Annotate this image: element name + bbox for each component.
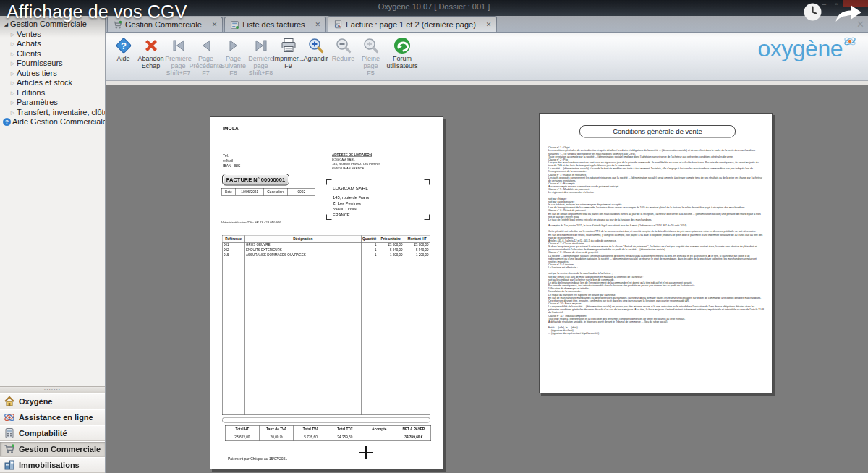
module-panel-handle[interactable] [0, 386, 105, 393]
zoom-out-icon [335, 35, 352, 55]
invoice-page[interactable]: IMOLA Tél. Mail IBAN - BIC FACTURE N° 00… [210, 116, 443, 469]
sidebar-item-fournisseurs[interactable]: Fournisseurs [0, 59, 105, 69]
sidebar-item-clients[interactable]: Clients [0, 49, 105, 59]
sidebar-item-parametres[interactable]: Paramètres [0, 98, 105, 108]
total-value: 5 726,60 [294, 432, 328, 441]
module-label: Immobilisations [19, 461, 80, 469]
total-value: 34 359,60 [328, 432, 362, 441]
oxygene-logo: oxygène [758, 36, 856, 61]
sidebar-item-label: Clients [17, 49, 41, 59]
close-icon[interactable] [856, 19, 864, 30]
sidebar-item-ventes[interactable]: Ventes [0, 30, 105, 40]
module-gestion-commerciale[interactable]: Gestion Commerciale [0, 441, 105, 457]
zoom-out-button[interactable]: Réduire [330, 35, 357, 62]
watch-later-icon[interactable] [803, 2, 822, 25]
atom-icon [4, 412, 15, 423]
sidebar-item-autres-tiers[interactable]: Autres tiers [0, 69, 105, 79]
forum-button[interactable]: Forum utilisateurs [385, 35, 420, 69]
atom-icon [843, 35, 856, 48]
tree-collapsed-icon[interactable] [9, 78, 17, 88]
tree-collapsed-icon[interactable] [9, 39, 17, 49]
sidebar-item-editions[interactable]: Editions [0, 88, 105, 98]
print-button[interactable]: Imprimer... F9 [275, 35, 302, 69]
tree-collapsed-icon[interactable] [9, 88, 17, 98]
recipient-line: 145, route de Frans [333, 195, 369, 200]
next-page-button[interactable]: Page Suivante F8 [220, 35, 247, 77]
col-header-designation: Désignation [245, 236, 362, 243]
sidebar-item-label: Achats [17, 39, 41, 49]
module-comptabilite[interactable]: Comptabilité [0, 425, 105, 441]
iban-label: IBAN - BIC [223, 163, 240, 169]
minimize-icon[interactable]: – [822, 0, 826, 8]
tab-facture-preview[interactable]: Facture : page 1 et 2 (dernière page) [328, 16, 497, 32]
full-page-button[interactable]: Pleine page F5 [357, 35, 384, 77]
toolbar-label: Agrandir [303, 55, 328, 62]
zoom-in-icon [307, 35, 325, 55]
toolbar-label: Imprimer... F9 [273, 55, 304, 69]
col-header-quantite: Quantité [362, 236, 378, 243]
last-page-icon [253, 35, 269, 55]
zoom-cursor-icon [359, 446, 373, 459]
logo-text: oxygène [758, 36, 843, 61]
total-header: NET A PAYER [396, 426, 430, 432]
tab-label: Facture : page 1 et 2 (dernière page) [346, 20, 476, 29]
table-row: 015 ASSURANCE DOMMAGES OUVRAGES 1 1 200,… [223, 253, 430, 258]
module-oxygene[interactable]: Oxygène [0, 393, 105, 409]
module-immobilisations[interactable]: Immobilisations [0, 457, 105, 473]
items-table-body: 001 GROS OEUVRE 1 23 000,00 23 000,00 00… [223, 243, 430, 415]
recipient-line: FRANCE [333, 212, 369, 218]
date-label: Date [221, 188, 236, 196]
invoice-contact-block: Tél. Mail IBAN - BIC [223, 153, 240, 168]
sidebar-item-articles-et-stock[interactable]: Articles et stock [0, 78, 105, 88]
toolbar-label: Aide [116, 55, 129, 62]
sidebar-item-label: Aide Gestion Commerciale [12, 117, 105, 127]
tab-bar: Gestion Commerciale Liste des factures F… [106, 16, 868, 33]
first-page-button[interactable]: Première page Shift+F7 [165, 35, 192, 77]
module-switcher: Oxygène Assistance en ligne Comptabilité… [0, 386, 105, 473]
last-page-button[interactable]: Dernière page Shift+F8 [247, 35, 274, 77]
sidebar-item-achats[interactable]: Achats [0, 39, 105, 49]
comment-bar [222, 417, 430, 423]
close-tab-icon[interactable] [212, 21, 218, 28]
cgv-title: Conditions générale de vente [579, 125, 736, 138]
close-tab-icon[interactable] [486, 21, 492, 28]
main-area: Gestion Commerciale Liste des factures F… [106, 16, 868, 473]
delivery-line: 69400 LIMAS FRANCE [332, 166, 380, 170]
print-preview-canvas[interactable]: IMOLA Tél. Mail IBAN - BIC FACTURE N° 00… [106, 86, 868, 473]
tree-collapsed-icon[interactable] [9, 30, 17, 40]
zoom-in-button[interactable]: Agrandir [302, 35, 329, 62]
total-header: Taux de TVA [260, 426, 294, 432]
sidebar-item-transfert[interactable]: Transfert, inventaire, clôture, ... [0, 108, 105, 118]
tree-collapsed-icon[interactable] [9, 108, 17, 118]
close-tab-icon[interactable] [315, 21, 321, 28]
col-header-reference: Référence [223, 236, 245, 243]
preview-toolbar: ? Aide Abandon Echap Première page Shift… [106, 33, 868, 81]
module-label: Gestion Commerciale [19, 445, 101, 453]
total-value: 28 633,00 [226, 432, 260, 441]
cgv-page[interactable]: Conditions générale de vente Clause n° 1… [539, 113, 773, 393]
tree-collapsed-icon[interactable] [9, 59, 17, 69]
invoice-list-icon [230, 20, 239, 30]
help-icon: ? [114, 35, 133, 55]
client-code-value: 0002 [288, 188, 315, 196]
toolbar-label: Page Précédente F7 [189, 55, 222, 77]
toolbar-label: Première page Shift+F7 [165, 55, 192, 77]
tree-collapsed-icon[interactable] [9, 98, 17, 108]
total-header: Total TTC [328, 426, 362, 432]
forum-icon [393, 35, 412, 55]
print-icon [280, 35, 297, 55]
total-header: Total HT [226, 426, 260, 432]
invoice-items-table: Référence Désignation Quantité Prix unit… [222, 235, 430, 415]
tree-collapsed-icon[interactable] [9, 49, 17, 59]
help-button[interactable]: ? Aide [110, 35, 137, 62]
sidebar-item-aide[interactable]: Aide Gestion Commerciale [0, 117, 105, 127]
toolbar-label: Forum utilisateurs [386, 55, 417, 69]
abandon-button[interactable]: Abandon Echap [137, 35, 164, 69]
calculator-icon [4, 427, 15, 439]
module-assistance-en-ligne[interactable]: Assistance en ligne [0, 409, 105, 425]
table-row: 002 ENDUITS EXTERIEURS 1 5 940,00 5 940,… [223, 248, 430, 253]
previous-page-button[interactable]: Page Précédente F7 [192, 35, 219, 77]
toolbar-bottom-strip [106, 81, 868, 85]
tree-collapsed-icon[interactable] [9, 69, 17, 79]
tab-liste-des-factures[interactable]: Liste des factures [224, 17, 326, 32]
